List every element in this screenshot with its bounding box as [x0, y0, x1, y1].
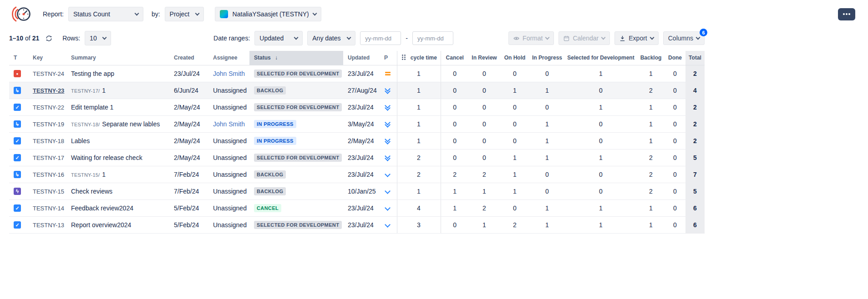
- col-header-cycle-time[interactable]: cycle time: [397, 51, 441, 65]
- col-header-on-hold[interactable]: On Hold: [500, 51, 530, 65]
- created-date: 7/Feb/24: [169, 166, 208, 183]
- assignee[interactable]: Unassigned: [213, 188, 247, 195]
- col-header-type[interactable]: T: [9, 51, 28, 65]
- assignee[interactable]: Unassigned: [213, 87, 247, 94]
- cycle-time-value: 3: [397, 216, 441, 233]
- status-count-selected: 1: [564, 99, 637, 115]
- total-value: 2: [685, 99, 705, 115]
- table-row[interactable]: TESTNY-18 Lables 2/May/24 Unassigned IN …: [9, 132, 705, 149]
- issue-key-link[interactable]: TESTNY-18: [33, 138, 64, 145]
- issue-key-link[interactable]: TESTNY-22: [33, 104, 64, 111]
- table-row[interactable]: TESTNY-19 TESTNY-18/Separate new lables …: [9, 115, 705, 132]
- created-date: 6/Jun/24: [169, 82, 208, 99]
- col-header-done[interactable]: Done: [665, 51, 685, 65]
- issue-key-link[interactable]: TESTNY-24: [33, 70, 64, 77]
- issue-key-link[interactable]: TESTNY-13: [33, 222, 64, 229]
- status-count-on-hold: 1: [500, 149, 530, 166]
- status-count-in-progress: 1: [530, 199, 564, 216]
- status-count-on-hold: 1: [500, 166, 530, 183]
- assignee[interactable]: Unassigned: [213, 104, 247, 111]
- assignee[interactable]: Unassigned: [213, 221, 247, 229]
- date-field-value: Updated: [259, 35, 284, 42]
- col-header-in-progress[interactable]: In Progress: [530, 51, 564, 65]
- updated-date: 23/Jul/24: [343, 65, 380, 82]
- project-select[interactable]: NataliaYSaasjet (TESTNY): [215, 7, 321, 21]
- rows-per-page-select[interactable]: 10: [85, 31, 111, 45]
- status-count-on-hold: 0: [500, 65, 530, 82]
- chevron-down-icon: [601, 35, 606, 40]
- status-count-in-review: 0: [469, 132, 500, 149]
- col-header-total[interactable]: Total: [685, 51, 705, 65]
- issue-key-link[interactable]: TESTNY-17: [33, 154, 64, 161]
- group-by-select[interactable]: Project: [165, 7, 204, 21]
- table-row[interactable]: TESTNY-22 Edit template 1 2/May/24 Unass…: [9, 99, 705, 115]
- status-badge: BACKLOG: [254, 170, 286, 179]
- more-menu-button[interactable]: [838, 8, 855, 20]
- calendar-button[interactable]: Calendar: [558, 31, 610, 45]
- col-header-created[interactable]: Created: [169, 51, 208, 65]
- status-count-done: 0: [665, 149, 685, 166]
- issue-key-link[interactable]: TESTNY-14: [33, 205, 64, 212]
- table-row[interactable]: TESTNY-14 Feedback review2024 5/Feb/24 U…: [9, 199, 705, 216]
- col-header-summary[interactable]: Summary: [66, 51, 169, 65]
- date-field-select[interactable]: Updated: [254, 31, 303, 45]
- assignee[interactable]: Unassigned: [213, 137, 247, 145]
- project-avatar: [220, 10, 228, 18]
- col-header-priority[interactable]: P: [380, 51, 397, 65]
- parent-issue-key[interactable]: TESTNY-17/: [71, 88, 100, 94]
- assignee[interactable]: John Smith: [213, 70, 245, 77]
- refresh-button[interactable]: [46, 35, 52, 42]
- date-to-input[interactable]: [412, 31, 453, 45]
- status-badge: CANCEL: [254, 204, 281, 212]
- report-type-select[interactable]: Status Count: [68, 7, 143, 21]
- col-header-selected-for-development[interactable]: Selected for Development: [564, 51, 637, 65]
- table-row[interactable]: TESTNY-15 Check reviews 7/Feb/24 Unassig…: [9, 183, 705, 199]
- col-header-key[interactable]: Key: [28, 51, 66, 65]
- status-badge: BACKLOG: [254, 86, 286, 95]
- status-badge: SELECTED FOR DEVELOPMENT: [254, 70, 342, 78]
- assignee[interactable]: John Smith: [213, 120, 245, 128]
- rows-per-page-value: 10: [90, 35, 97, 42]
- table-row[interactable]: TESTNY-13 Report overview2024 5/Feb/24 U…: [9, 216, 705, 233]
- format-label: Format: [523, 35, 543, 42]
- col-header-cancel[interactable]: Cancel: [441, 51, 469, 65]
- col-header-assignee[interactable]: Assignee: [208, 51, 249, 65]
- status-count-in-review: 1: [469, 183, 500, 199]
- issue-key-link[interactable]: TESTNY-19: [33, 121, 64, 128]
- priority-icon: [384, 104, 391, 111]
- table-row[interactable]: TESTNY-17 Waiting for release check 2/Ma…: [9, 149, 705, 166]
- status-count-selected: 1: [564, 199, 637, 216]
- issue-key-link[interactable]: TESTNY-15: [33, 188, 64, 195]
- priority-icon: [384, 137, 391, 145]
- col-header-updated[interactable]: Updated: [343, 51, 380, 65]
- date-from-input[interactable]: [360, 31, 401, 45]
- status-count-in-review: 0: [469, 99, 500, 115]
- table-row[interactable]: TESTNY-24 Testing the app 23/Jul/24 John…: [9, 65, 705, 82]
- status-count-in-review: 2: [469, 199, 500, 216]
- issue-key-link[interactable]: TESTNY-23: [33, 87, 64, 94]
- table-row[interactable]: TESTNY-23 TESTNY-17/1 6/Jun/24 Unassigne…: [9, 82, 705, 99]
- status-badge: IN PROGRESS: [254, 137, 296, 145]
- parent-issue-key[interactable]: TESTNY-15/: [71, 172, 100, 178]
- columns-button[interactable]: Columns 6: [663, 31, 705, 45]
- export-button[interactable]: Export: [614, 31, 658, 45]
- col-header-backlog[interactable]: Backlog: [637, 51, 665, 65]
- date-preset-select[interactable]: Any dates: [307, 31, 355, 45]
- parent-issue-key[interactable]: TESTNY-18/: [71, 122, 100, 127]
- format-button[interactable]: Format: [508, 31, 554, 45]
- col-header-in-review[interactable]: In Review: [469, 51, 500, 65]
- col-header-status[interactable]: Status ↓: [249, 51, 343, 65]
- status-count-done: 0: [665, 99, 685, 115]
- status-count-cancel: 2: [441, 166, 469, 183]
- issue-type-icon: [14, 70, 21, 77]
- assignee[interactable]: Unassigned: [213, 204, 247, 212]
- drag-handle-icon[interactable]: [402, 55, 406, 60]
- status-count-in-progress: 0: [530, 65, 564, 82]
- status-count-in-progress: 1: [530, 149, 564, 166]
- assignee[interactable]: Unassigned: [213, 154, 247, 161]
- table-row[interactable]: TESTNY-16 TESTNY-15/1 7/Feb/24 Unassigne…: [9, 166, 705, 183]
- status-count-in-review: 1: [469, 216, 500, 233]
- assignee[interactable]: Unassigned: [213, 171, 247, 178]
- issue-key-link[interactable]: TESTNY-16: [33, 171, 64, 178]
- updated-date: 27/Aug/24: [343, 82, 380, 99]
